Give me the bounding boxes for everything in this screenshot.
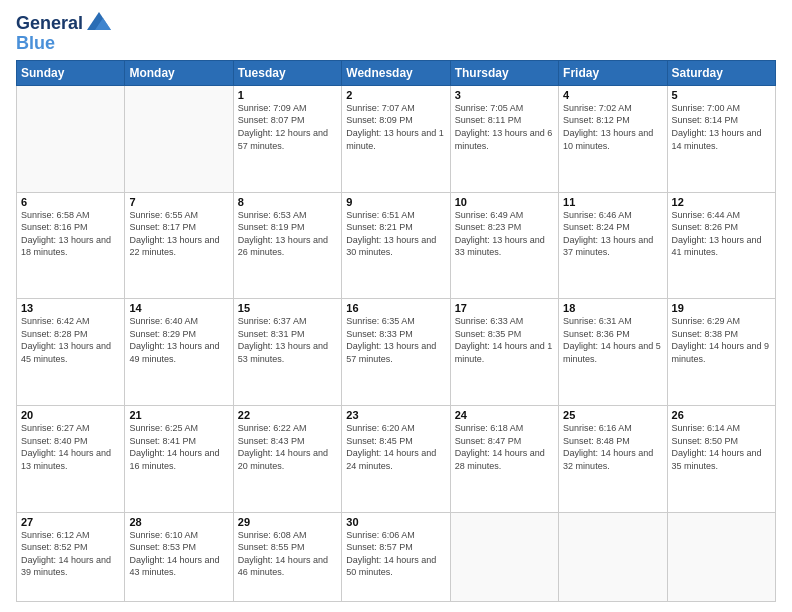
cell-info: Sunrise: 6:29 AMSunset: 8:38 PMDaylight:… (672, 315, 771, 365)
day-number: 7 (129, 196, 228, 208)
day-number: 20 (21, 409, 120, 421)
calendar-cell: 25Sunrise: 6:16 AMSunset: 8:48 PMDayligh… (559, 405, 667, 512)
calendar-cell (17, 85, 125, 192)
day-number: 21 (129, 409, 228, 421)
cell-info: Sunrise: 6:53 AMSunset: 8:19 PMDaylight:… (238, 209, 337, 259)
calendar-cell: 9Sunrise: 6:51 AMSunset: 8:21 PMDaylight… (342, 192, 450, 299)
calendar-cell: 15Sunrise: 6:37 AMSunset: 8:31 PMDayligh… (233, 299, 341, 406)
calendar-cell (559, 512, 667, 601)
calendar-cell: 7Sunrise: 6:55 AMSunset: 8:17 PMDaylight… (125, 192, 233, 299)
calendar-cell: 26Sunrise: 6:14 AMSunset: 8:50 PMDayligh… (667, 405, 775, 512)
cell-info: Sunrise: 6:20 AMSunset: 8:45 PMDaylight:… (346, 422, 445, 472)
cell-info: Sunrise: 7:02 AMSunset: 8:12 PMDaylight:… (563, 102, 662, 152)
day-number: 9 (346, 196, 445, 208)
calendar-cell: 5Sunrise: 7:00 AMSunset: 8:14 PMDaylight… (667, 85, 775, 192)
cell-info: Sunrise: 6:37 AMSunset: 8:31 PMDaylight:… (238, 315, 337, 365)
cell-info: Sunrise: 6:25 AMSunset: 8:41 PMDaylight:… (129, 422, 228, 472)
day-number: 10 (455, 196, 554, 208)
cell-info: Sunrise: 7:09 AMSunset: 8:07 PMDaylight:… (238, 102, 337, 152)
day-number: 19 (672, 302, 771, 314)
week-row-1: 1Sunrise: 7:09 AMSunset: 8:07 PMDaylight… (17, 85, 776, 192)
calendar-cell: 20Sunrise: 6:27 AMSunset: 8:40 PMDayligh… (17, 405, 125, 512)
weekday-header-thursday: Thursday (450, 60, 558, 85)
day-number: 4 (563, 89, 662, 101)
day-number: 26 (672, 409, 771, 421)
day-number: 18 (563, 302, 662, 314)
cell-info: Sunrise: 6:12 AMSunset: 8:52 PMDaylight:… (21, 529, 120, 579)
calendar-cell: 21Sunrise: 6:25 AMSunset: 8:41 PMDayligh… (125, 405, 233, 512)
week-row-4: 20Sunrise: 6:27 AMSunset: 8:40 PMDayligh… (17, 405, 776, 512)
cell-info: Sunrise: 6:18 AMSunset: 8:47 PMDaylight:… (455, 422, 554, 472)
calendar-cell: 12Sunrise: 6:44 AMSunset: 8:26 PMDayligh… (667, 192, 775, 299)
day-number: 8 (238, 196, 337, 208)
calendar-cell: 17Sunrise: 6:33 AMSunset: 8:35 PMDayligh… (450, 299, 558, 406)
calendar-cell: 3Sunrise: 7:05 AMSunset: 8:11 PMDaylight… (450, 85, 558, 192)
day-number: 24 (455, 409, 554, 421)
week-row-3: 13Sunrise: 6:42 AMSunset: 8:28 PMDayligh… (17, 299, 776, 406)
day-number: 25 (563, 409, 662, 421)
cell-info: Sunrise: 6:58 AMSunset: 8:16 PMDaylight:… (21, 209, 120, 259)
cell-info: Sunrise: 6:27 AMSunset: 8:40 PMDaylight:… (21, 422, 120, 472)
calendar-cell (667, 512, 775, 601)
weekday-header-saturday: Saturday (667, 60, 775, 85)
weekday-header-monday: Monday (125, 60, 233, 85)
day-number: 11 (563, 196, 662, 208)
calendar-cell: 28Sunrise: 6:10 AMSunset: 8:53 PMDayligh… (125, 512, 233, 601)
day-number: 14 (129, 302, 228, 314)
day-number: 13 (21, 302, 120, 314)
day-number: 29 (238, 516, 337, 528)
calendar-cell: 4Sunrise: 7:02 AMSunset: 8:12 PMDaylight… (559, 85, 667, 192)
calendar-cell: 2Sunrise: 7:07 AMSunset: 8:09 PMDaylight… (342, 85, 450, 192)
calendar-cell (125, 85, 233, 192)
day-number: 6 (21, 196, 120, 208)
weekday-header-row: SundayMondayTuesdayWednesdayThursdayFrid… (17, 60, 776, 85)
logo-text: General (16, 14, 83, 34)
day-number: 2 (346, 89, 445, 101)
cell-info: Sunrise: 6:22 AMSunset: 8:43 PMDaylight:… (238, 422, 337, 472)
week-row-5: 27Sunrise: 6:12 AMSunset: 8:52 PMDayligh… (17, 512, 776, 601)
calendar-cell: 16Sunrise: 6:35 AMSunset: 8:33 PMDayligh… (342, 299, 450, 406)
calendar-cell: 27Sunrise: 6:12 AMSunset: 8:52 PMDayligh… (17, 512, 125, 601)
cell-info: Sunrise: 7:00 AMSunset: 8:14 PMDaylight:… (672, 102, 771, 152)
cell-info: Sunrise: 6:31 AMSunset: 8:36 PMDaylight:… (563, 315, 662, 365)
calendar-cell: 10Sunrise: 6:49 AMSunset: 8:23 PMDayligh… (450, 192, 558, 299)
page: General Blue SundayMondayTuesdayWednesda… (0, 0, 792, 612)
cell-info: Sunrise: 6:42 AMSunset: 8:28 PMDaylight:… (21, 315, 120, 365)
day-number: 1 (238, 89, 337, 101)
cell-info: Sunrise: 6:44 AMSunset: 8:26 PMDaylight:… (672, 209, 771, 259)
calendar-cell: 18Sunrise: 6:31 AMSunset: 8:36 PMDayligh… (559, 299, 667, 406)
weekday-header-wednesday: Wednesday (342, 60, 450, 85)
day-number: 5 (672, 89, 771, 101)
day-number: 12 (672, 196, 771, 208)
cell-info: Sunrise: 6:14 AMSunset: 8:50 PMDaylight:… (672, 422, 771, 472)
cell-info: Sunrise: 6:40 AMSunset: 8:29 PMDaylight:… (129, 315, 228, 365)
calendar-table: SundayMondayTuesdayWednesdayThursdayFrid… (16, 60, 776, 602)
calendar-cell: 22Sunrise: 6:22 AMSunset: 8:43 PMDayligh… (233, 405, 341, 512)
weekday-header-tuesday: Tuesday (233, 60, 341, 85)
cell-info: Sunrise: 6:51 AMSunset: 8:21 PMDaylight:… (346, 209, 445, 259)
cell-info: Sunrise: 6:06 AMSunset: 8:57 PMDaylight:… (346, 529, 445, 579)
cell-info: Sunrise: 7:05 AMSunset: 8:11 PMDaylight:… (455, 102, 554, 152)
calendar-cell: 6Sunrise: 6:58 AMSunset: 8:16 PMDaylight… (17, 192, 125, 299)
weekday-header-sunday: Sunday (17, 60, 125, 85)
day-number: 16 (346, 302, 445, 314)
cell-info: Sunrise: 6:49 AMSunset: 8:23 PMDaylight:… (455, 209, 554, 259)
cell-info: Sunrise: 6:08 AMSunset: 8:55 PMDaylight:… (238, 529, 337, 579)
calendar-cell (450, 512, 558, 601)
weekday-header-friday: Friday (559, 60, 667, 85)
day-number: 30 (346, 516, 445, 528)
calendar-cell: 13Sunrise: 6:42 AMSunset: 8:28 PMDayligh… (17, 299, 125, 406)
calendar-cell: 14Sunrise: 6:40 AMSunset: 8:29 PMDayligh… (125, 299, 233, 406)
day-number: 23 (346, 409, 445, 421)
cell-info: Sunrise: 6:16 AMSunset: 8:48 PMDaylight:… (563, 422, 662, 472)
calendar-cell: 19Sunrise: 6:29 AMSunset: 8:38 PMDayligh… (667, 299, 775, 406)
calendar-cell: 8Sunrise: 6:53 AMSunset: 8:19 PMDaylight… (233, 192, 341, 299)
day-number: 22 (238, 409, 337, 421)
week-row-2: 6Sunrise: 6:58 AMSunset: 8:16 PMDaylight… (17, 192, 776, 299)
cell-info: Sunrise: 6:33 AMSunset: 8:35 PMDaylight:… (455, 315, 554, 365)
calendar-cell: 29Sunrise: 6:08 AMSunset: 8:55 PMDayligh… (233, 512, 341, 601)
calendar-cell: 1Sunrise: 7:09 AMSunset: 8:07 PMDaylight… (233, 85, 341, 192)
day-number: 28 (129, 516, 228, 528)
cell-info: Sunrise: 6:46 AMSunset: 8:24 PMDaylight:… (563, 209, 662, 259)
calendar-cell: 30Sunrise: 6:06 AMSunset: 8:57 PMDayligh… (342, 512, 450, 601)
